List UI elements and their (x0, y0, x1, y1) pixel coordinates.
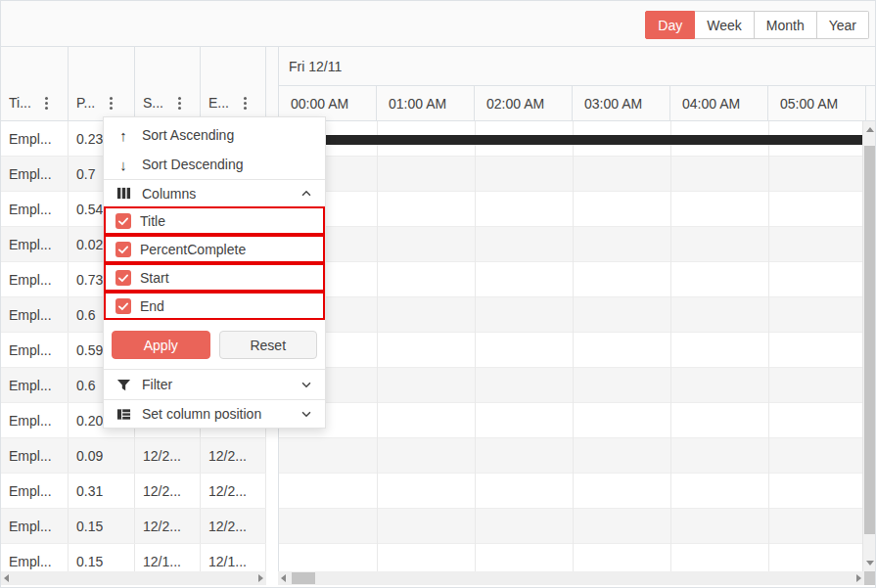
checkbox-label: PercentComplete (140, 242, 246, 257)
day-header-cell: Fri 12/11 (279, 47, 875, 86)
set-column-position-icon (115, 407, 131, 422)
checkbox-label: End (140, 298, 164, 314)
kebab-menu-icon[interactable] (173, 93, 185, 113)
column-checkbox-item-end[interactable]: End (104, 292, 325, 320)
gantt-widget: DayWeekMonthYear Ti...P...S...E... Fri 1… (0, 0, 876, 588)
view-button-month[interactable]: Month (755, 11, 817, 39)
grid-cell-start: 12/2... (135, 509, 201, 543)
hours-header-row: 00:00 AM01:00 AM02:00 AM03:00 AM04:00 AM… (279, 86, 875, 120)
task-row[interactable]: Empl...0.3112/2...12/2... (1, 474, 266, 509)
menu-button-row: Apply Reset (104, 320, 325, 370)
hour-header-cell: 03:00 AM (573, 86, 670, 120)
checkbox-checked-icon[interactable] (115, 242, 131, 257)
timeline-row (279, 333, 864, 368)
grid-header-row: Ti...P...S...E... (1, 47, 266, 120)
column-menu-popup: ↑ Sort Ascending ↓ Sort Descending Colum… (103, 116, 326, 429)
checkbox-checked-icon[interactable] (115, 298, 131, 314)
summary-task-bar[interactable] (279, 135, 863, 145)
timeline-row (279, 474, 864, 509)
grid-cell-start: 12/2... (135, 474, 201, 508)
view-button-day[interactable]: Day (645, 11, 695, 39)
view-switcher: DayWeekMonthYear (645, 11, 869, 39)
grid-cell-end: 12/2... (201, 438, 266, 473)
column-header-label: P... (76, 95, 95, 111)
checkbox-checked-icon[interactable] (115, 270, 131, 286)
menu-item-sort-descending[interactable]: ↓ Sort Descending (104, 150, 325, 179)
checkbox-label: Title (140, 213, 165, 229)
chevron-down-icon (300, 378, 313, 391)
grid-cell-title: Empl... (1, 121, 69, 156)
menu-item-label: Sort Descending (142, 157, 244, 172)
scrollbar-corner (864, 571, 876, 585)
grid-horizontal-scrollbar[interactable] (1, 571, 266, 585)
reset-button[interactable]: Reset (219, 331, 318, 359)
checkbox-label: Start (140, 270, 169, 286)
timeline-row (279, 438, 864, 474)
checkbox-checked-icon[interactable] (115, 213, 131, 229)
timeline-gridline (377, 121, 378, 571)
filter-funnel-icon (115, 378, 131, 392)
horizontal-scroll-thumb[interactable] (292, 572, 315, 584)
kebab-menu-icon[interactable] (41, 93, 53, 113)
task-row[interactable]: Empl...0.0912/2...12/2... (1, 438, 266, 474)
vertical-scrollbar[interactable] (862, 121, 875, 571)
column-header-percentcomplete[interactable]: P... (69, 47, 135, 120)
timeline-area (278, 121, 864, 571)
grid-cell-end: 12/2... (201, 474, 266, 508)
timeline-row (279, 157, 864, 192)
scroll-right-arrow-icon[interactable] (856, 574, 861, 582)
grid-cell-start: 12/2... (135, 438, 201, 473)
hour-header-cell: 04:00 AM (670, 86, 768, 120)
vertical-scroll-thumb[interactable] (864, 146, 875, 534)
column-checkbox-item-title[interactable]: Title (104, 206, 325, 235)
kebab-menu-icon[interactable] (105, 93, 116, 113)
column-header-label: S... (143, 95, 163, 111)
kebab-menu-icon[interactable] (239, 93, 251, 113)
timeline-row (279, 227, 864, 262)
column-header-title[interactable]: Ti... (1, 47, 69, 120)
task-row[interactable]: Empl...0.1512/2...12/2... (1, 509, 266, 544)
header-area: Ti...P...S...E... Fri 12/11 00:00 AM01:0… (1, 47, 875, 121)
chevron-up-icon (300, 187, 313, 201)
menu-item-columns-expander[interactable]: Columns (104, 179, 325, 206)
menu-item-sort-ascending[interactable]: ↑ Sort Ascending (104, 120, 325, 150)
grid-cell-percentcomplete: 0.09 (69, 438, 135, 473)
scroll-left-arrow-icon[interactable] (281, 574, 286, 582)
grid-cell-title: Empl... (1, 368, 69, 402)
grid-cell-percentcomplete: 0.15 (69, 544, 135, 571)
menu-item-set-column-position[interactable]: Set column position (104, 399, 325, 428)
timeline-gridline (670, 121, 671, 571)
timeline-header: Fri 12/11 00:00 AM01:00 AM02:00 AM03:00 … (278, 47, 875, 120)
arrow-down-icon: ↓ (115, 157, 131, 173)
timeline-row (279, 544, 864, 571)
grid-cell-title: Empl... (1, 333, 69, 367)
column-header-label: Ti... (9, 95, 31, 111)
column-checkbox-item-percentcomplete[interactable]: PercentComplete (104, 235, 325, 263)
task-row[interactable]: Empl...0.1512/1...12/1... (1, 544, 266, 571)
scroll-down-arrow-icon[interactable] (866, 561, 874, 565)
grid-cell-start: 12/1... (135, 544, 201, 571)
grid-cell-percentcomplete: 0.15 (69, 509, 135, 543)
column-header-label: E... (208, 95, 229, 111)
grid-cell-title: Empl... (1, 227, 69, 261)
column-header-start[interactable]: S... (135, 47, 201, 120)
scroll-up-arrow-icon[interactable] (866, 127, 874, 132)
apply-button[interactable]: Apply (112, 331, 210, 359)
timeline-horizontal-scrollbar[interactable] (278, 571, 864, 585)
grid-cell-title: Empl... (1, 262, 69, 296)
timeline-row (279, 403, 864, 438)
timeline-row (279, 192, 864, 227)
scroll-left-arrow-icon[interactable] (4, 574, 9, 582)
arrow-up-icon: ↑ (115, 127, 131, 144)
menu-item-filter[interactable]: Filter (104, 370, 325, 399)
timeline-row (279, 262, 864, 297)
column-header-end[interactable]: E... (201, 47, 266, 120)
view-button-week[interactable]: Week (695, 11, 755, 39)
hour-header-cell: 05:00 AM (768, 86, 866, 120)
view-button-year[interactable]: Year (817, 11, 869, 39)
timeline-gridline (768, 121, 769, 571)
column-checkbox-list: TitlePercentCompleteStartEnd (104, 206, 325, 320)
columns-icon (115, 186, 131, 201)
column-checkbox-item-start[interactable]: Start (104, 263, 325, 292)
scroll-right-arrow-icon[interactable] (258, 574, 263, 582)
